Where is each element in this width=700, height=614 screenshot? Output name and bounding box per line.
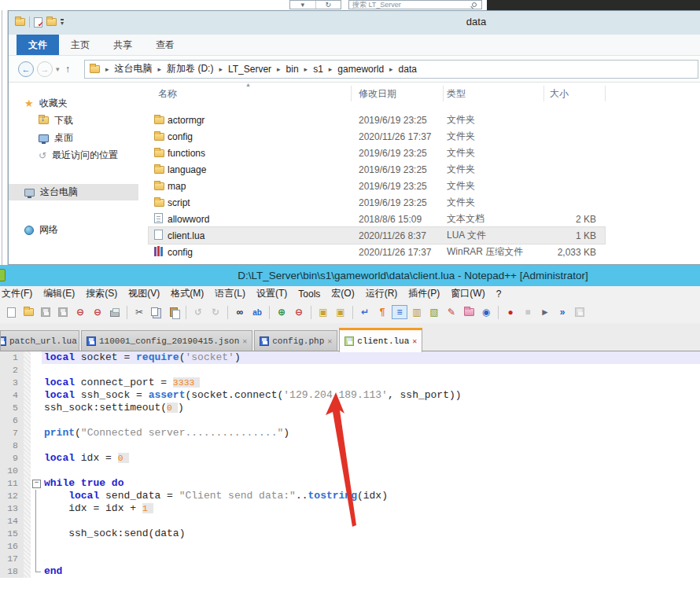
- sync-vertical-icon[interactable]: ▣: [315, 305, 331, 319]
- fold-open-icon[interactable]: [31, 477, 42, 490]
- file-row[interactable]: script2019/6/19 23:25文件夹: [149, 194, 605, 211]
- file-name[interactable]: language: [168, 164, 359, 175]
- bookmark-margin[interactable]: [24, 351, 31, 364]
- bookmark-margin[interactable]: [24, 490, 31, 502]
- file-row[interactable]: functions2019/6/19 23:25文件夹: [149, 145, 605, 161]
- paste-icon[interactable]: [166, 305, 182, 319]
- tab-patch_url.lua[interactable]: patch_url.lua✕: [0, 330, 79, 351]
- code-text[interactable]: [42, 439, 700, 452]
- tab-110001_config_20190415.json[interactable]: 110001_config_20190415.json✕: [81, 330, 252, 351]
- folder-workspace-icon[interactable]: [461, 305, 477, 319]
- notepadpp-titlebar[interactable]: D:\LT_Server\bin\s1\gameworld\data\clien…: [0, 265, 700, 286]
- file-row[interactable]: allowword2018/8/6 15:09文本文档2 KB: [149, 211, 605, 227]
- search-input[interactable]: 搜索 LT_Server: [352, 0, 472, 10]
- code-text[interactable]: ssh_sock:send(data): [42, 528, 700, 540]
- user-dialog-icon[interactable]: ▥: [409, 305, 425, 319]
- breadcrumb-item[interactable]: bin: [286, 64, 299, 75]
- sidebar-item-这台电脑[interactable]: 这台电脑: [9, 184, 138, 200]
- ribbon-tab-查看[interactable]: 查看: [144, 35, 186, 55]
- code-text[interactable]: [42, 540, 700, 553]
- recent-locations-dropdown-icon[interactable]: ▾: [56, 65, 65, 73]
- code-text[interactable]: [42, 515, 700, 528]
- close-all-icon[interactable]: ⊖: [90, 305, 105, 319]
- bookmark-margin[interactable]: [24, 465, 31, 477]
- bookmark-margin[interactable]: [24, 427, 31, 439]
- code-text[interactable]: [42, 465, 700, 477]
- code-editor[interactable]: 1local socket = require('socket')23local…: [0, 351, 700, 614]
- close-tab-icon[interactable]: ✕: [412, 336, 417, 346]
- file-name[interactable]: actormgr: [168, 115, 359, 126]
- close-file-icon[interactable]: ⊖: [72, 305, 88, 319]
- bookmark-margin[interactable]: [24, 377, 31, 389]
- fold-line-icon[interactable]: [31, 540, 42, 553]
- file-row[interactable]: language2019/6/19 23:25文件夹: [149, 161, 605, 178]
- copy-icon[interactable]: [149, 305, 164, 319]
- bookmark-margin[interactable]: [24, 515, 31, 528]
- file-name[interactable]: config: [168, 131, 359, 142]
- forward-button[interactable]: →: [37, 61, 53, 77]
- sidebar-item-桌面[interactable]: 桌面: [9, 130, 138, 146]
- code-text[interactable]: end: [42, 565, 700, 578]
- file-row[interactable]: config2020/11/26 17:37WinRAR 压缩文件2,033 K…: [149, 244, 605, 260]
- breadcrumb-item[interactable]: gameworld: [337, 64, 384, 75]
- column-header-name[interactable]: 名称: [158, 87, 177, 101]
- code-text[interactable]: ssh_sock:settimeout(0): [42, 402, 700, 414]
- search-box[interactable]: 搜索 LT_Server: [348, 0, 482, 9]
- column-header-type[interactable]: 类型: [447, 87, 466, 101]
- code-line[interactable]: 4local ssh_sock = assert(socket.connect(…: [0, 389, 700, 402]
- bookmark-margin[interactable]: [24, 402, 31, 414]
- code-line[interactable]: 7print("Connected server..............."…: [0, 427, 700, 439]
- file-name[interactable]: config: [168, 247, 359, 258]
- new-file-icon[interactable]: [3, 305, 19, 319]
- file-name[interactable]: client.lua: [168, 230, 359, 241]
- bookmark-margin[interactable]: [24, 452, 31, 465]
- fold-end-icon[interactable]: [31, 565, 42, 578]
- close-tab-icon[interactable]: ✕: [242, 336, 247, 346]
- column-divider[interactable]: [443, 86, 444, 101]
- bookmark-margin[interactable]: [24, 389, 31, 402]
- up-button[interactable]: ↑: [65, 64, 79, 75]
- open-file-icon[interactable]: [20, 305, 36, 319]
- code-text[interactable]: local connect_port = 3333: [42, 377, 700, 389]
- code-text[interactable]: idx = idx + 1: [42, 502, 700, 515]
- show-symbols-icon[interactable]: ¶: [374, 305, 390, 319]
- undo-icon[interactable]: ↺: [190, 305, 206, 319]
- file-row[interactable]: actormgr2019/6/19 23:25文件夹: [149, 112, 605, 128]
- redo-icon[interactable]: ↻: [208, 305, 223, 319]
- breadcrumb-item[interactable]: LT_Server: [228, 64, 271, 75]
- macro-run-multiple-icon[interactable]: »: [554, 305, 570, 319]
- breadcrumb-item[interactable]: data: [399, 64, 417, 75]
- code-text[interactable]: [42, 414, 700, 427]
- refresh-icon[interactable]: ↻: [316, 1, 341, 9]
- code-line[interactable]: 12 local send_data = "Client send data:"…: [0, 490, 700, 502]
- indent-guide-icon[interactable]: ≡: [392, 305, 407, 319]
- sidebar-item-网络[interactable]: 网络: [9, 222, 138, 238]
- fold-line-icon[interactable]: [31, 490, 42, 502]
- bookmark-margin[interactable]: [24, 540, 31, 553]
- menu-搜索(S)[interactable]: 搜索(S): [80, 287, 123, 300]
- file-name[interactable]: functions: [168, 148, 359, 159]
- sidebar-item-最近访问的位置[interactable]: ↺最近访问的位置: [9, 147, 138, 164]
- tab-config.php[interactable]: config.php✕: [254, 330, 337, 351]
- ribbon-tab-共享[interactable]: 共享: [101, 35, 144, 55]
- bookmark-margin[interactable]: [24, 553, 31, 565]
- code-text[interactable]: local idx = 0: [42, 452, 700, 465]
- breadcrumb-item[interactable]: 这台电脑: [115, 62, 153, 75]
- menu-运行(R)[interactable]: 运行(R): [360, 287, 403, 300]
- bookmark-margin[interactable]: [24, 439, 31, 452]
- fold-line-icon[interactable]: [31, 502, 42, 515]
- column-header-size[interactable]: 大小: [550, 87, 569, 101]
- menu-插件(P)[interactable]: 插件(P): [403, 287, 445, 300]
- document-monitor-icon[interactable]: ◉: [478, 305, 494, 319]
- code-line[interactable]: 14: [0, 515, 700, 528]
- code-line[interactable]: 3local connect_port = 3333: [0, 377, 700, 389]
- bookmark-margin[interactable]: [24, 477, 31, 490]
- macro-play-icon[interactable]: ►: [537, 305, 553, 319]
- address-dropdown-icon[interactable]: ▾: [290, 1, 316, 9]
- macro-stop-icon[interactable]: ■: [520, 305, 536, 319]
- close-tab-icon[interactable]: ✕: [327, 336, 332, 346]
- explorer-titlebar[interactable]: ✔ ▾ data: [9, 11, 700, 35]
- code-text[interactable]: local send_data = "Client send data:"..t…: [42, 490, 700, 502]
- column-divider[interactable]: [543, 86, 544, 101]
- save-icon[interactable]: [38, 305, 53, 319]
